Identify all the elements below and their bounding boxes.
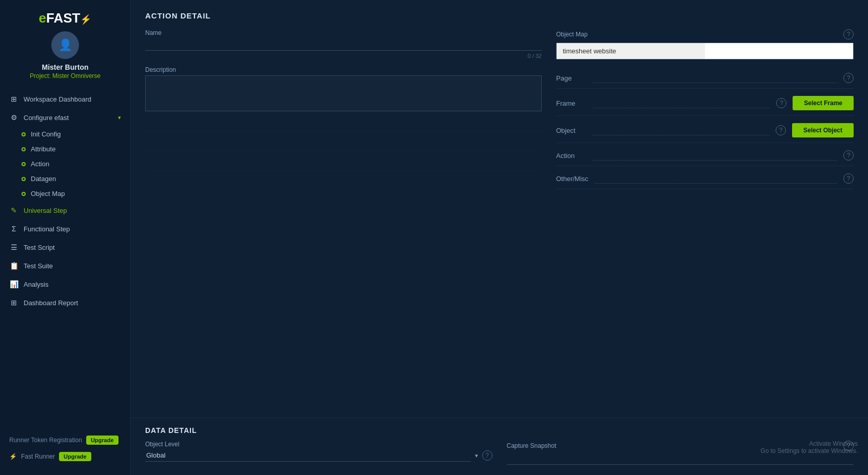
logo-area: eFAST⚡ 👤 Mister Burton Project: Mister O…	[0, 0, 130, 87]
test-suite-icon: 📋	[9, 261, 18, 270]
name-field-group: Name 0 / 32	[145, 29, 542, 59]
runner-token-upgrade-button[interactable]: Upgrade	[86, 436, 119, 445]
page-input[interactable]	[593, 73, 837, 83]
object-help-icon[interactable]: ?	[776, 125, 786, 135]
sidebar-item-label: Functional Step	[24, 225, 121, 233]
runner-token-registration: Runner Token Registration Upgrade	[8, 432, 122, 448]
project-label: Project: Mister Omniverse	[30, 72, 101, 80]
fast-runner-label: Fast Runner	[21, 453, 55, 460]
sidebar-item-datagen[interactable]: Datagen	[0, 171, 130, 186]
logo-e: e	[39, 10, 46, 26]
object-map-label: Object Map	[556, 31, 587, 38]
dot-icon	[22, 177, 26, 181]
sidebar-item-object-map[interactable]: Object Map	[0, 186, 130, 201]
test-script-icon: ☰	[9, 243, 18, 252]
sidebar-item-action[interactable]: Action	[0, 156, 130, 171]
select-frame-button[interactable]: Select Frame	[793, 96, 854, 110]
object-map-extra	[705, 43, 853, 59]
name-input[interactable]	[145, 38, 542, 51]
object-map-input[interactable]	[557, 43, 705, 59]
page-help-icon[interactable]: ?	[843, 73, 854, 83]
sidebar-item-workspace-dashboard[interactable]: ⊞ Workspace Dashboard	[0, 90, 130, 108]
gear-icon: ⚙	[9, 113, 18, 122]
analysis-icon: 📊	[9, 280, 18, 289]
sidebar-item-label: Dashboard Report	[24, 299, 121, 307]
capture-snapshot-help-icon[interactable]: ?	[843, 441, 854, 451]
sidebar-item-label: Analysis	[24, 281, 121, 288]
action-detail-form: Name 0 / 32 Description Object M	[145, 29, 854, 189]
sidebar-item-label: Init Config	[31, 130, 61, 138]
dot-icon	[22, 192, 26, 196]
object-level-field: Object Level Global ▾ ?	[145, 441, 492, 465]
action-label: Action	[556, 152, 587, 160]
sidebar-item-label: Object Map	[31, 190, 65, 197]
other-misc-label: Other/Misc	[556, 175, 588, 183]
sidebar-item-analysis[interactable]: 📊 Analysis	[0, 275, 130, 293]
sidebar-item-configure-efast[interactable]: ⚙ Configure efast ▾	[0, 108, 130, 127]
functional-step-icon: Σ	[9, 224, 18, 233]
other-misc-field-row: Other/Misc ?	[556, 166, 854, 189]
action-input[interactable]	[593, 150, 837, 161]
sidebar-item-test-suite[interactable]: 📋 Test Suite	[0, 256, 130, 275]
sidebar: eFAST⚡ 👤 Mister Burton Project: Mister O…	[0, 0, 131, 475]
right-column: Object Map ? Page ? Frame	[556, 29, 854, 189]
select-object-button[interactable]: Select Object	[792, 123, 854, 137]
sidebar-item-label: Action	[31, 160, 49, 168]
frame-help-icon[interactable]: ?	[776, 98, 786, 108]
frame-label: Frame	[556, 100, 587, 107]
name-label: Name	[145, 29, 542, 36]
fast-runner-upgrade-button[interactable]: Upgrade	[59, 452, 91, 461]
logo-fast: FAST	[46, 10, 80, 26]
action-help-icon[interactable]: ?	[843, 150, 854, 161]
universal-step-icon: ✎	[9, 206, 18, 215]
char-count: 0 / 32	[145, 53, 542, 59]
sidebar-item-label: Configure efast	[24, 114, 113, 122]
sidebar-item-attribute[interactable]: Attribute	[0, 142, 130, 156]
sidebar-item-label: Test Suite	[24, 262, 121, 270]
object-field-row: Object ? Select Object	[556, 116, 854, 143]
sidebar-item-test-script[interactable]: ☰ Test Script	[0, 238, 130, 256]
sidebar-item-label: Datagen	[31, 175, 56, 183]
runner-token-label: Runner Token Registration	[9, 437, 82, 444]
object-level-select[interactable]: Global	[145, 449, 471, 462]
data-detail-row: Object Level Global ▾ ? Capture Snapshot…	[145, 441, 854, 465]
capture-snapshot-label: Capture Snapshot	[507, 442, 557, 449]
sidebar-item-label: Workspace Dashboard	[24, 95, 121, 103]
frame-input[interactable]	[593, 98, 770, 108]
avatar: 👤	[51, 31, 79, 59]
object-map-help-icon[interactable]: ?	[843, 29, 854, 39]
other-misc-help-icon[interactable]: ?	[843, 173, 854, 184]
fast-runner: ⚡ Fast Runner Upgrade	[8, 448, 122, 465]
main-content: ACTION DETAIL Name 0 / 32 Description	[131, 0, 868, 475]
nav-section: ⊞ Workspace Dashboard ⚙ Configure efast …	[0, 90, 130, 312]
content-area: ACTION DETAIL Name 0 / 32 Description	[131, 0, 868, 418]
logo: eFAST⚡	[39, 10, 92, 26]
object-map-row: Object Map ?	[556, 29, 854, 60]
grid-icon: ⊞	[9, 94, 18, 104]
sidebar-item-init-config[interactable]: Init Config	[0, 127, 130, 142]
left-column: Name 0 / 32 Description	[145, 29, 542, 189]
other-misc-input[interactable]	[595, 173, 837, 184]
action-field-row: Action ?	[556, 143, 854, 166]
chevron-down-icon: ▾	[118, 114, 121, 121]
capture-snapshot-input[interactable]	[507, 452, 854, 465]
fast-runner-icon: ⚡	[9, 453, 17, 460]
description-input[interactable]	[145, 75, 542, 111]
user-name: Mister Burton	[42, 63, 89, 71]
dot-icon	[22, 162, 26, 166]
frame-field-row: Frame ? Select Frame	[556, 89, 854, 116]
sidebar-item-universal-step[interactable]: ✎ Universal Step	[0, 201, 130, 220]
sidebar-item-functional-step[interactable]: Σ Functional Step	[0, 220, 130, 238]
object-map-input-row	[556, 43, 854, 60]
data-detail-section: DATA DETAIL Object Level Global ▾ ? Capt…	[131, 418, 868, 475]
sidebar-item-dashboard-report[interactable]: ⊞ Dashboard Report	[0, 293, 130, 312]
action-detail-title: ACTION DETAIL	[145, 11, 854, 20]
sidebar-item-label: Attribute	[31, 145, 55, 153]
object-level-help-icon[interactable]: ?	[482, 450, 492, 461]
chevron-down-icon: ▾	[475, 452, 478, 459]
object-input[interactable]	[593, 125, 770, 135]
sidebar-footer: Runner Token Registration Upgrade ⚡ Fast…	[0, 428, 130, 469]
logo-symbol: ⚡	[80, 14, 91, 25]
sidebar-item-label: Test Script	[24, 244, 121, 251]
dot-icon	[22, 132, 26, 136]
